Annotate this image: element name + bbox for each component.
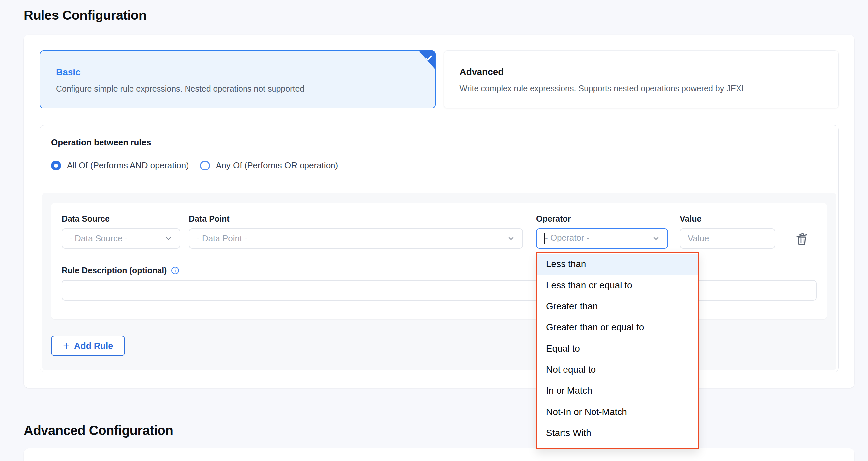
operator-option[interactable]: Less than or equal to	[537, 275, 698, 296]
operator-placeholder: - Operator -	[545, 233, 589, 243]
tab-basic[interactable]: Basic Configure simple rule expressions.…	[39, 51, 436, 109]
radio-all-of[interactable]: All Of (Performs AND operation)	[51, 160, 189, 171]
operator-option[interactable]: Not-In or Not-Match	[537, 401, 698, 423]
data-source-label: Data Source	[62, 214, 180, 224]
rules-configuration-card: Basic Configure simple rule expressions.…	[24, 35, 855, 388]
rule-description-row: Rule Description (optional)	[62, 266, 816, 301]
rules-builder: Operation between rules All Of (Performs…	[39, 125, 839, 372]
value-input[interactable]	[680, 228, 775, 249]
data-source-placeholder: - Data Source -	[69, 233, 127, 244]
operator-option[interactable]: Less than	[537, 254, 698, 275]
chevron-down-icon	[652, 234, 660, 242]
rule-description-label: Rule Description (optional)	[62, 266, 816, 275]
info-icon[interactable]	[171, 266, 180, 275]
trash-icon	[794, 231, 810, 247]
selected-corner-badge	[418, 51, 436, 69]
radio-selected-icon[interactable]	[51, 161, 61, 171]
tab-advanced-description: Write complex rule expressions. Supports…	[460, 84, 823, 93]
advanced-configuration-title: Advanced Configuration	[24, 423, 844, 438]
tab-basic-title: Basic	[56, 67, 419, 78]
operator-option[interactable]: In or Match	[537, 380, 698, 401]
page-title: Rules Configuration	[24, 8, 844, 23]
rules-list-panel: Data Source - Data Source - Data Point -…	[42, 193, 836, 370]
delete-rule-button[interactable]	[793, 230, 811, 248]
rule-fields-row: Data Source - Data Source - Data Point -…	[62, 214, 816, 249]
rule-description-input[interactable]	[62, 280, 816, 301]
data-point-select[interactable]: - Data Point -	[189, 228, 523, 249]
radio-any-of[interactable]: Any Of (Performs OR operation)	[200, 160, 338, 171]
operation-label: Operation between rules	[51, 138, 827, 148]
data-point-label: Data Point	[189, 214, 523, 224]
text-caret	[544, 233, 545, 244]
operation-section: Operation between rules All Of (Performs…	[42, 127, 836, 193]
data-point-placeholder: - Data Point -	[197, 233, 247, 244]
operator-option[interactable]: Greater than	[537, 296, 698, 317]
tab-advanced[interactable]: Advanced Write complex rule expressions.…	[443, 51, 839, 109]
advanced-configuration-card	[24, 449, 855, 461]
operator-select[interactable]: - Operator -	[536, 228, 668, 249]
mode-tabs: Basic Configure simple rule expressions.…	[39, 51, 839, 109]
chevron-down-icon	[164, 234, 172, 242]
rule-row: Data Source - Data Source - Data Point -…	[51, 203, 827, 319]
radio-all-of-label: All Of (Performs AND operation)	[67, 160, 189, 171]
operator-option[interactable]: Not equal to	[537, 359, 698, 380]
operator-option[interactable]: Equal to	[537, 338, 698, 359]
add-rule-button[interactable]: + Add Rule	[51, 336, 125, 356]
operator-dropdown: Less than Less than or equal to Greater …	[536, 252, 699, 450]
rules-configuration-page: Rules Configuration Basic Configure simp…	[0, 0, 868, 461]
tab-advanced-title: Advanced	[460, 67, 823, 77]
operation-radio-group: All Of (Performs AND operation) Any Of (…	[51, 160, 827, 171]
value-label: Value	[680, 214, 775, 224]
chevron-down-icon	[507, 234, 515, 242]
plus-icon: +	[63, 340, 69, 351]
add-rule-label: Add Rule	[74, 341, 113, 351]
operator-option[interactable]: Starts With	[537, 423, 698, 443]
operator-option[interactable]: Greater than or equal to	[537, 317, 698, 338]
tab-basic-description: Configure simple rule expressions. Neste…	[56, 84, 419, 94]
radio-unselected-icon[interactable]	[200, 161, 210, 171]
radio-any-of-label: Any Of (Performs OR operation)	[216, 160, 338, 171]
data-source-select[interactable]: - Data Source -	[62, 228, 180, 249]
operator-label: Operator	[536, 214, 668, 224]
check-icon	[424, 53, 433, 63]
